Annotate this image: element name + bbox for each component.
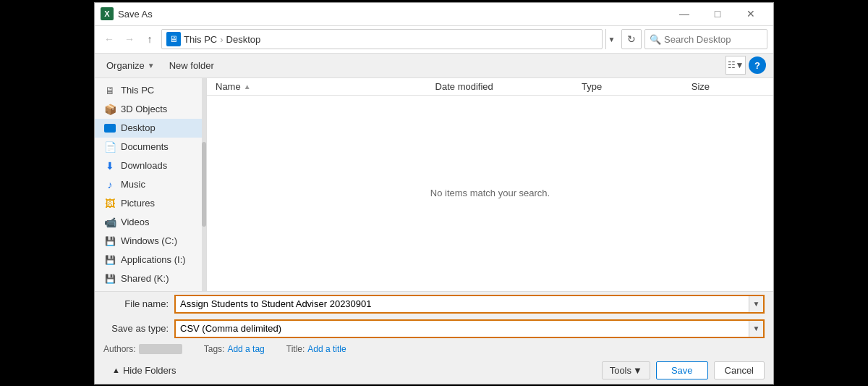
- authors-item: Authors:: [103, 344, 182, 354]
- sidebar-item-applications-k[interactable]: 💾 Applications (I:): [95, 251, 206, 269]
- path-separator: ›: [220, 34, 223, 45]
- search-icon: 🔍: [650, 34, 661, 45]
- pictures-icon: 🖼: [103, 197, 116, 210]
- new-folder-button[interactable]: New folder: [165, 58, 218, 73]
- address-path[interactable]: 🖥 This PC › Desktop: [161, 29, 603, 49]
- column-header-type[interactable]: Type: [582, 81, 692, 92]
- desktop-icon: [103, 122, 116, 135]
- sidebar-item-shared-k[interactable]: 💾 Shared (K:): [95, 269, 206, 288]
- filename-input-wrap: ▼: [174, 295, 765, 314]
- videos-icon: 📹: [103, 216, 116, 229]
- authors-value[interactable]: [139, 344, 182, 354]
- filename-input[interactable]: [176, 298, 749, 309]
- hide-folders-label: Hide Folders: [123, 365, 176, 376]
- sidebar-scrollbar-thumb[interactable]: [202, 142, 206, 227]
- sidebar-item-this-pc[interactable]: 🖥 This PC: [95, 81, 206, 100]
- authors-label: Authors:: [103, 344, 136, 354]
- sidebar-item-label-applications-k: Applications (I:): [121, 254, 186, 265]
- savetype-input-wrap: ▼: [174, 319, 765, 338]
- sidebar-item-windows-c[interactable]: 💾 Windows (C:): [95, 232, 206, 251]
- sidebar-item-label-pictures: Pictures: [121, 198, 155, 209]
- address-dropdown-button[interactable]: ▼: [605, 29, 617, 49]
- filename-label: File name:: [103, 298, 169, 309]
- sidebar-item-label-documents: Documents: [121, 141, 169, 152]
- cancel-button[interactable]: Cancel: [714, 361, 765, 379]
- dialog-title: Save As: [118, 9, 668, 20]
- excel-icon: X: [101, 7, 114, 20]
- sidebar-item-music[interactable]: ♪ Music: [95, 175, 206, 194]
- toolbar-right: ☷▼ ?: [726, 56, 766, 75]
- column-header-date[interactable]: Date modified: [435, 81, 582, 92]
- title-item: Title: Add a title: [286, 344, 346, 354]
- sidebar-item-3d-objects[interactable]: 📦 3D Objects: [95, 100, 206, 119]
- pc-icon: 🖥: [166, 32, 181, 46]
- sidebar-scrollbar-track: [202, 78, 206, 291]
- metadata-row: Authors: Tags: Add a tag Title: Add a ti…: [95, 341, 773, 357]
- savetype-label: Save as type:: [103, 323, 169, 334]
- forward-button[interactable]: →: [121, 30, 138, 48]
- sidebar-item-videos[interactable]: 📹 Videos: [95, 213, 206, 232]
- address-bar: ← → ↑ 🖥 This PC › Desktop ▼ ↻ 🔍: [95, 26, 773, 54]
- sidebar-item-label-this-pc: This PC: [121, 85, 154, 96]
- sidebar-item-documents[interactable]: 📄 Documents: [95, 138, 206, 156]
- tools-dropdown-icon: ▼: [633, 365, 642, 376]
- sidebar-item-downloads[interactable]: ⬇ Downloads: [95, 156, 206, 175]
- search-box[interactable]: 🔍: [644, 29, 767, 49]
- file-list-header: Name ▲ Date modified Type Size: [207, 78, 773, 96]
- path-part-desktop: Desktop: [226, 34, 261, 45]
- file-area: Name ▲ Date modified Type Size No items …: [207, 78, 773, 291]
- close-button[interactable]: ✕: [734, 4, 767, 23]
- title-value[interactable]: Add a title: [307, 344, 346, 354]
- maximize-button[interactable]: □: [701, 4, 734, 23]
- column-header-size[interactable]: Size: [692, 81, 765, 92]
- help-button[interactable]: ?: [749, 56, 766, 74]
- sort-icon: ▲: [244, 83, 251, 91]
- app-icon: X: [101, 7, 114, 20]
- up-button[interactable]: ↑: [141, 30, 158, 48]
- sidebar-item-label-music: Music: [121, 179, 145, 190]
- path-part-pc: This PC: [184, 34, 217, 45]
- action-row: ▲ Hide Folders Tools ▼ Save Cancel: [95, 357, 773, 384]
- this-pc-icon: 🖥: [103, 84, 116, 97]
- tags-label: Tags:: [204, 344, 225, 354]
- sidebar-item-pictures[interactable]: 🖼 Pictures: [95, 194, 206, 213]
- sidebar-item-label-shared-k: Shared (K:): [121, 273, 169, 284]
- downloads-icon: ⬇: [103, 159, 116, 172]
- organize-dropdown-icon: ▼: [148, 62, 155, 70]
- windows-c-icon: 💾: [103, 235, 116, 248]
- savetype-dropdown-button[interactable]: ▼: [749, 321, 763, 337]
- bottom-section: File name: ▼ Save as type: ▼ Authors: Ta…: [95, 291, 773, 384]
- new-folder-label: New folder: [169, 60, 214, 71]
- documents-icon: 📄: [103, 140, 116, 154]
- tags-value[interactable]: Add a tag: [227, 344, 264, 354]
- sidebar-item-desktop[interactable]: Desktop: [95, 119, 206, 138]
- column-header-name[interactable]: Name ▲: [216, 81, 435, 92]
- 3d-objects-icon: 📦: [103, 103, 116, 116]
- empty-message: No items match your search.: [430, 188, 550, 198]
- save-as-dialog: X Save As — □ ✕ ← → ↑ 🖥 This PC › Deskto…: [94, 2, 774, 385]
- organize-label: Organize: [106, 60, 145, 71]
- filetype-row: Save as type: ▼: [95, 316, 773, 341]
- refresh-button[interactable]: ↻: [621, 29, 642, 49]
- shared-k-icon: 💾: [103, 272, 116, 285]
- title-bar: X Save As — □ ✕: [95, 3, 773, 26]
- tools-label: Tools: [610, 365, 631, 376]
- file-list-body: No items match your search.: [207, 96, 773, 291]
- sidebar-item-label-3d-objects: 3D Objects: [121, 104, 167, 114]
- title-label: Title:: [286, 344, 305, 354]
- main-content: 🖥 This PC 📦 3D Objects Desktop 📄 Documen…: [95, 78, 773, 291]
- organize-button[interactable]: Organize ▼: [102, 58, 159, 73]
- save-button[interactable]: Save: [656, 361, 708, 379]
- music-icon: ♪: [103, 178, 116, 191]
- savetype-input[interactable]: [176, 323, 749, 334]
- toolbar: Organize ▼ New folder ☷▼ ?: [95, 54, 773, 78]
- filename-dropdown-button[interactable]: ▼: [749, 296, 763, 312]
- filename-row: File name: ▼: [95, 292, 773, 316]
- hide-folders-button[interactable]: ▲ Hide Folders: [103, 362, 185, 379]
- search-input[interactable]: [664, 34, 786, 45]
- back-button[interactable]: ←: [101, 30, 118, 48]
- minimize-button[interactable]: —: [668, 4, 701, 23]
- tools-button[interactable]: Tools ▼: [602, 361, 650, 379]
- view-toggle-button[interactable]: ☷▼: [726, 56, 746, 75]
- title-controls: — □ ✕: [668, 4, 767, 23]
